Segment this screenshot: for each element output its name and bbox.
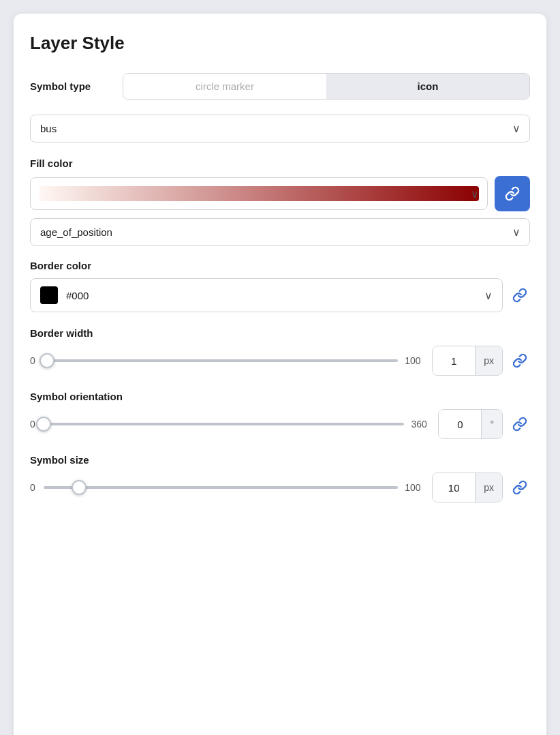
symbol-orientation-input[interactable]: [439, 410, 481, 438]
fill-color-gradient: [39, 186, 479, 201]
symbol-orientation-link-button[interactable]: [510, 414, 530, 434]
fill-color-gradient-box[interactable]: ∨: [30, 177, 488, 210]
border-color-row: #000 ∨: [30, 278, 530, 312]
symbol-size-input[interactable]: [433, 473, 475, 502]
symbol-orientation-label: Symbol orientation: [30, 391, 530, 402]
fill-color-row: ∨: [30, 176, 530, 211]
link-blue-icon: [512, 288, 527, 303]
border-width-max: 100: [405, 355, 425, 366]
border-width-track-wrapper: [44, 354, 398, 368]
border-width-label: Border width: [30, 327, 530, 339]
symbol-size-row: 0 100 px: [30, 472, 530, 502]
border-width-thumb[interactable]: [40, 353, 55, 368]
symbol-orientation-value-box: °: [438, 409, 503, 439]
fill-field-select[interactable]: age_of_position: [30, 218, 530, 246]
border-color-hex: #000: [66, 290, 476, 301]
border-color-chevron: ∨: [484, 289, 493, 302]
symbol-size-value-box: px: [432, 472, 503, 502]
border-width-input[interactable]: [433, 346, 475, 375]
bus-select-wrapper: bus ∨: [30, 115, 530, 142]
link-blue-icon-ss: [512, 480, 527, 495]
border-color-link-button[interactable]: [510, 285, 530, 305]
symbol-orientation-thumb[interactable]: [36, 417, 51, 432]
symbol-size-link-button[interactable]: [510, 477, 530, 498]
border-width-value-box: px: [432, 346, 503, 376]
border-width-unit: px: [475, 346, 502, 375]
symbol-orientation-track-wrapper: [44, 417, 404, 431]
panel-title: Layer Style: [30, 33, 530, 54]
fill-color-chevron: ∨: [471, 188, 479, 200]
link-white-icon: [505, 186, 520, 201]
layer-style-panel: Layer Style Symbol type circle marker ic…: [14, 14, 546, 735]
border-width-track: [44, 359, 398, 362]
border-color-section: Border color #000 ∨: [30, 260, 530, 312]
fill-field-wrapper: age_of_position ∨: [30, 218, 530, 246]
symbol-type-row: Symbol type circle marker icon: [30, 73, 530, 100]
toggle-circle-marker[interactable]: circle marker: [123, 74, 326, 99]
symbol-type-label: Symbol type: [30, 80, 112, 92]
border-width-link-button[interactable]: [510, 350, 530, 371]
symbol-orientation-track: [44, 423, 404, 425]
symbol-orientation-section: Symbol orientation 0 360 °: [30, 391, 530, 439]
symbol-size-min: 0: [30, 482, 37, 493]
link-blue-icon-so: [512, 417, 527, 432]
symbol-size-label: Symbol size: [30, 454, 530, 466]
border-width-section: Border width 0 100 px: [30, 327, 530, 376]
symbol-size-max: 100: [405, 482, 425, 493]
bus-dropdown-row: bus ∨: [30, 115, 530, 142]
symbol-size-unit: px: [475, 473, 502, 502]
symbol-size-thumb[interactable]: [72, 480, 87, 495]
link-blue-icon-bw: [512, 353, 527, 368]
toggle-icon[interactable]: icon: [326, 74, 529, 99]
border-color-swatch: [40, 286, 58, 304]
border-color-picker[interactable]: #000 ∨: [30, 278, 503, 312]
symbol-size-track-wrapper: [44, 481, 398, 494]
border-color-label: Border color: [30, 260, 530, 271]
symbol-orientation-row: 0 360 °: [30, 409, 530, 439]
symbol-type-toggle: circle marker icon: [123, 73, 530, 100]
border-width-min: 0: [30, 355, 37, 366]
symbol-orientation-unit: °: [481, 410, 502, 438]
symbol-size-section: Symbol size 0 100 px: [30, 454, 530, 502]
fill-color-label: Fill color: [30, 158, 530, 169]
border-width-row: 0 100 px: [30, 346, 530, 376]
bus-select[interactable]: bus: [30, 115, 530, 142]
fill-color-section: Fill color ∨ age_of_position ∨: [30, 158, 530, 246]
fill-color-link-button[interactable]: [495, 176, 530, 211]
symbol-orientation-max: 360: [411, 419, 431, 430]
symbol-size-track: [44, 486, 398, 489]
